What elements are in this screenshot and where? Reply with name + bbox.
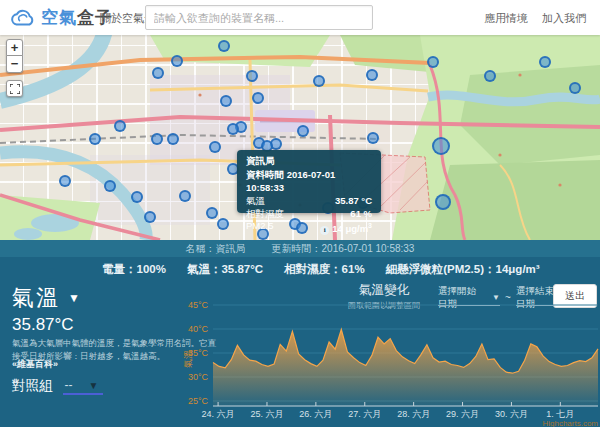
map-marker[interactable] [539,56,551,68]
y-axis-title: 氣溫 [183,350,193,368]
map-marker[interactable] [246,70,258,82]
stat-value: 35.87°C [221,263,263,275]
tooltip-pm25-sup: 3 [368,222,372,229]
sensor-detail-panel: 電量：100%氣溫：35.87°C相對濕度：61%細懸浮微粒(PM2.5)：14… [0,257,600,427]
tooltip-time: 資料時間 2016-07-01 10:58:33 [246,169,372,193]
map[interactable]: + − 資訊局 資料時間 2016-07-01 10:58:33 氣溫 35.8… [0,35,600,240]
map-marker[interactable] [366,69,378,81]
stat-value: 100% [137,263,166,275]
map-marker[interactable] [227,123,239,135]
app-logo[interactable]: 空氣盒子 [10,6,113,29]
x-tick-label: 24. 六月 [202,409,235,419]
wikipedia-link[interactable]: «維基百科» [12,358,58,371]
stat-value: 61% [342,263,365,275]
tooltip-pm25-value: i14 μg/m3 [320,220,372,236]
metric-selector[interactable]: 氣溫 ▼ [12,283,80,313]
stat-label: 細懸浮微粒(PM2.5)： [386,263,496,275]
map-marker[interactable] [484,70,496,82]
metric-current-value: 35.87°C [12,315,74,335]
map-marker[interactable] [206,207,218,219]
map-marker[interactable] [152,67,164,79]
map-zoom-out-button[interactable]: − [6,56,23,73]
tooltip-row-temperature: 氣溫 35.87 °C [246,195,372,208]
tooltip-time-label: 資料時間 [246,169,284,180]
stat-label: 相對濕度： [284,263,342,275]
map-marker[interactable] [209,141,221,153]
map-marker[interactable] [297,125,309,137]
stats-row: 電量：100%氣溫：35.87°C相對濕度：61%細懸浮微粒(PM2.5)：14… [102,262,540,277]
compare-group-row: 對照組 -- ▼ [12,377,103,395]
tooltip-temp-label: 氣溫 [246,195,265,208]
nav-applications-link[interactable]: 應用情境 [484,11,528,26]
metric-title: 氣溫 [12,283,60,313]
top-bar: 空氣盒子 關於空氣盒子 應用情境 加入我們 [0,0,600,35]
tooltip-row-pm25: PM2.5 i14 μg/m3 [246,220,372,236]
map-marker[interactable] [252,92,264,104]
map-marker[interactable] [313,75,325,87]
tooltip-pm25-number: 14 μg/m [332,223,368,234]
compare-group-value: -- [65,378,73,392]
map-marker[interactable] [167,133,179,145]
map-marker[interactable] [144,211,156,223]
x-tick-label: 30. 六月 [495,409,528,419]
map-marker[interactable] [217,218,229,230]
temperature-chart[interactable]: 25°C30°C35°C40°C45°C24. 六月25. 六月26. 六月27… [183,301,600,427]
y-tick-label: 45°C [188,301,209,310]
y-tick-label: 25°C [188,396,209,406]
x-tick-label: 1. 七月 [546,409,574,419]
nav-join-us-link[interactable]: 加入我們 [542,11,586,26]
map-marker[interactable] [151,133,163,145]
x-tick-label: 27. 六月 [348,409,381,419]
stat-item: 氣溫：35.87°C [187,262,263,277]
map-zoom-in-button[interactable]: + [6,39,23,56]
tooltip-humidity-value: 61 % [350,208,372,221]
tooltip-row-humidity: 相對濕度 61 % [246,208,372,221]
chart-credits: Highcharts.com [542,419,598,427]
map-marker[interactable] [569,82,581,94]
x-tick-label: 28. 六月 [397,409,430,419]
map-locate-button[interactable] [6,80,23,97]
stat-label: 電量： [102,263,137,275]
device-name: 名稱：資訊局 [186,242,246,256]
chevron-down-icon: ▼ [89,380,99,391]
y-tick-label: 40°C [188,324,209,334]
map-marker[interactable] [171,55,183,67]
stat-label: 氣溫： [187,263,222,275]
map-marker[interactable] [114,120,126,132]
map-marker[interactable] [89,133,101,145]
tooltip-humidity-label: 相對濕度 [246,208,284,221]
compare-group-label: 對照組 [12,377,53,395]
info-icon: i [320,226,329,235]
chart-title: 氣溫變化 [336,282,432,299]
x-tick-label: 26. 六月 [299,409,332,419]
map-marker[interactable] [367,132,379,144]
area-fill [213,330,598,407]
map-marker[interactable] [218,40,230,52]
tooltip-temp-value: 35.87 °C [335,195,372,208]
y-tick-label: 30°C [188,372,209,382]
map-marker[interactable] [435,194,451,210]
map-marker[interactable] [220,95,232,107]
chevron-down-icon: ▼ [68,291,80,305]
stat-item: 細懸浮微粒(PM2.5)：14μg/m³ [386,262,540,277]
stat-item: 電量：100% [102,262,166,277]
x-tick-label: 25. 六月 [250,409,283,419]
map-marker[interactable] [59,175,71,187]
map-marker[interactable] [427,56,439,68]
sensor-tooltip: 資訊局 資料時間 2016-07-01 10:58:33 氣溫 35.87 °C… [237,150,381,213]
frame-icon [10,84,20,94]
map-marker[interactable] [432,137,450,155]
device-search-input[interactable] [145,5,373,30]
stat-value: 14μg/m³ [496,263,540,275]
logo-text-air: 空氣 [41,6,77,29]
x-tick-label: 29. 六月 [446,409,479,419]
tooltip-pm25-label: PM2.5 [246,220,273,236]
compare-group-select[interactable]: -- ▼ [63,378,103,395]
cloud-logo-icon [10,9,36,26]
tooltip-title: 資訊局 [246,155,372,168]
device-info-bar: 名稱：資訊局 更新時間：2016-07-01 10:58:33 [0,240,600,257]
map-marker[interactable] [131,191,143,203]
map-marker[interactable] [104,180,116,192]
map-marker[interactable] [179,190,191,202]
stat-item: 相對濕度：61% [284,262,365,277]
